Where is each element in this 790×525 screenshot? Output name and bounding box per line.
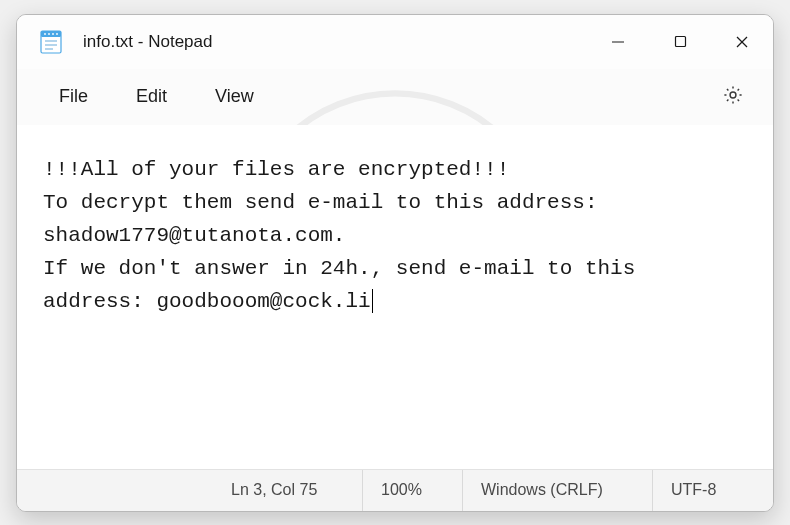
menu-view[interactable]: View — [191, 78, 278, 115]
text-caret — [372, 289, 373, 313]
status-spacer — [17, 470, 213, 511]
maximize-button[interactable] — [649, 15, 711, 69]
status-zoom[interactable]: 100% — [363, 470, 463, 511]
status-cursor-position: Ln 3, Col 75 — [213, 470, 363, 511]
svg-rect-4 — [41, 31, 61, 37]
editor-text: !!!All of your files are encrypted!!! To… — [43, 158, 648, 314]
svg-rect-13 — [675, 37, 685, 47]
status-line-ending: Windows (CRLF) — [463, 470, 653, 511]
minimize-button[interactable] — [587, 15, 649, 69]
menu-edit[interactable]: Edit — [112, 78, 191, 115]
svg-point-5 — [44, 33, 46, 35]
svg-point-7 — [52, 33, 54, 35]
notepad-window: PC risk.com info.txt - Notepad — [16, 14, 774, 512]
settings-button[interactable] — [711, 75, 755, 119]
window-controls — [587, 15, 773, 69]
svg-point-16 — [730, 92, 736, 98]
status-encoding: UTF-8 — [653, 470, 773, 511]
statusbar: Ln 3, Col 75 100% Windows (CRLF) UTF-8 — [17, 469, 773, 511]
titlebar-left: info.txt - Notepad — [17, 28, 587, 56]
menubar: File Edit View — [17, 69, 773, 125]
titlebar: info.txt - Notepad — [17, 15, 773, 69]
window-title: info.txt - Notepad — [83, 32, 212, 52]
svg-point-6 — [48, 33, 50, 35]
gear-icon — [722, 84, 744, 110]
notepad-icon — [37, 28, 65, 56]
menu-file[interactable]: File — [35, 78, 112, 115]
svg-point-8 — [56, 33, 58, 35]
text-editor-area[interactable]: !!!All of your files are encrypted!!! To… — [17, 125, 773, 469]
close-button[interactable] — [711, 15, 773, 69]
